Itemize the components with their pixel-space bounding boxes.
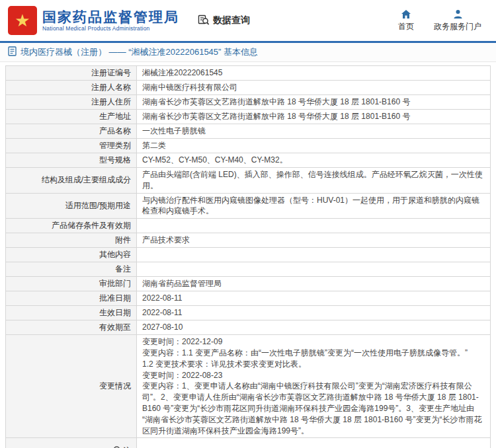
agency-name-en: National Medical Products Administration bbox=[42, 25, 179, 32]
site-header: ★ 国家药品监督管理局 National Medical Products Ad… bbox=[0, 0, 496, 41]
row-label: 结构及组成/主要组成成分 bbox=[6, 168, 137, 194]
row-value: CY-M52、CY-M50、CY-M40、CY-M32。 bbox=[137, 153, 491, 168]
table-row: 生效日期 2022-08-11 bbox=[6, 306, 491, 320]
registration-info-table: 注册证编号 湘械注准20222061545 注册人名称 湖南中镜医疗科技有限公司… bbox=[0, 62, 496, 448]
table-row: 产品名称 一次性电子膀胱镜 bbox=[6, 124, 491, 139]
row-label: 产品储存条件及有效期 bbox=[6, 219, 137, 233]
nav-gov-portal-label: 政务服务门户 bbox=[434, 21, 481, 32]
page: ★ 国家药品监督管理局 National Medical Products Ad… bbox=[0, 0, 496, 448]
table-row: 管理类别 第二类 bbox=[6, 139, 491, 153]
table-row: 适用范围/预期用途 与内镜治疗配件和医用内窥镜图像处理器（型号：HUV-01）一… bbox=[6, 193, 491, 219]
nav-home[interactable]: 首页 bbox=[398, 9, 414, 32]
row-label: 注册人住所 bbox=[6, 95, 137, 110]
table-row: 批准日期 2022-08-11 bbox=[6, 291, 491, 306]
nav-gov-portal[interactable]: 政务服务门户 bbox=[434, 9, 481, 32]
row-label: 产品名称 bbox=[6, 124, 137, 139]
row-label: 注册人名称 bbox=[6, 81, 137, 95]
row-label: 生效日期 bbox=[6, 306, 137, 320]
row-label: 变更情况 bbox=[6, 335, 137, 438]
table-row: 其他内容 bbox=[6, 248, 491, 262]
table-row: 结构及组成/主要组成成分 产品由头端部(含前端 LED)、插入部、操作部、信号连… bbox=[6, 168, 491, 194]
row-value: 湖南中镜医疗科技有限公司 bbox=[137, 81, 491, 95]
agency-logo-home-link[interactable]: ★ 国家药品监督管理局 National Medical Products Ad… bbox=[8, 6, 179, 35]
agency-title: 国家药品监督管理局 National Medical Products Admi… bbox=[42, 9, 179, 32]
table-row: 注册人住所 湖南省长沙市芙蓉区文艺路街道解放中路 18 号华侨大厦 18 层 1… bbox=[6, 95, 491, 110]
row-label: 注册证编号 bbox=[6, 66, 137, 81]
row-label: 备注 bbox=[6, 262, 137, 277]
row-value-note: 详情 bbox=[137, 438, 491, 448]
row-value: 2027-08-10 bbox=[137, 320, 491, 335]
agency-name-cn: 国家药品监督管理局 bbox=[42, 9, 179, 25]
row-value: 2022-08-11 bbox=[137, 291, 491, 306]
national-emblem-icon: ★ bbox=[8, 6, 37, 35]
person-icon bbox=[453, 9, 463, 19]
row-label: 其他内容 bbox=[6, 248, 137, 262]
row-value bbox=[137, 219, 491, 233]
table-row: 附件 产品技术要求 bbox=[6, 233, 491, 248]
row-label: 生产地址 bbox=[6, 110, 137, 124]
row-value-change-history: 变更时间：2022-12-09 变更内容：1.1 变更产品名称：由“一次性电子膀… bbox=[137, 335, 491, 438]
home-icon bbox=[401, 9, 411, 19]
row-value: 湖南省长沙市芙蓉区文艺路街道解放中路 18 号华侨大厦 18 层 1801-B1… bbox=[137, 110, 491, 124]
row-value: 湘械注准20222061545 bbox=[137, 66, 491, 81]
table-row: 产品储存条件及有效期 bbox=[6, 219, 491, 233]
row-value: 湖南省长沙市芙蓉区文艺路街道解放中路 18 号华侨大厦 18 层 1801-B1… bbox=[137, 95, 491, 110]
table-row: 审批部门 湖南省药品监督管理局 bbox=[6, 277, 491, 291]
row-label: 有效期至 bbox=[6, 320, 137, 335]
row-label: 审批部门 bbox=[6, 277, 137, 291]
row-label-note: 注 bbox=[6, 438, 137, 448]
row-value: 湖南省药品监督管理局 bbox=[137, 277, 491, 291]
row-value: 2022-08-11 bbox=[137, 306, 491, 320]
nav-data-query-label: 数据查询 bbox=[213, 15, 250, 26]
row-value bbox=[137, 248, 491, 262]
magnifier-icon bbox=[198, 14, 210, 28]
note-label-text: 注 bbox=[123, 445, 131, 448]
table-row: 生产地址 湖南省长沙市芙蓉区文艺路街道解放中路 18 号华侨大厦 18 层 18… bbox=[6, 110, 491, 124]
nav-home-label: 首页 bbox=[398, 21, 414, 32]
row-value bbox=[137, 262, 491, 277]
row-label: 适用范围/预期用途 bbox=[6, 193, 137, 219]
table-row: 有效期至 2027-08-10 bbox=[6, 320, 491, 335]
table-row: 注册人名称 湖南中镜医疗科技有限公司 bbox=[6, 81, 491, 95]
page-title: 境内医疗器械（注册） —— “湘械注准20222061545” 基本信息 bbox=[21, 46, 258, 58]
row-label: 批准日期 bbox=[6, 291, 137, 306]
header-nav: 首页 政务服务门户 bbox=[398, 9, 488, 32]
table-row: 注册证编号 湘械注准20222061545 bbox=[6, 66, 491, 81]
row-label: 附件 bbox=[6, 233, 137, 248]
row-value: 产品技术要求 bbox=[137, 233, 491, 248]
table-row-change-history: 变更情况 变更时间：2022-12-09 变更内容：1.1 变更产品名称：由“一… bbox=[6, 335, 491, 438]
table-row-note: 注 详情 bbox=[6, 438, 491, 448]
table-row: 型号规格 CY-M52、CY-M50、CY-M40、CY-M32。 bbox=[6, 153, 491, 168]
row-value: 一次性电子膀胱镜 bbox=[137, 124, 491, 139]
row-value: 第二类 bbox=[137, 139, 491, 153]
document-icon bbox=[8, 46, 17, 58]
table-row: 备注 bbox=[6, 262, 491, 277]
row-label: 管理类别 bbox=[6, 139, 137, 153]
row-label: 型号规格 bbox=[6, 153, 137, 168]
row-value: 与内镜治疗配件和医用内窥镜图像处理器（型号：HUV-01）一起使用，用于尿道和膀… bbox=[137, 193, 491, 219]
breadcrumb: 境内医疗器械（注册） —— “湘械注准20222061545” 基本信息 bbox=[0, 43, 496, 62]
row-value: 产品由头端部(含前端 LED)、插入部、操作部、信号连接线组成。产品经环氧乙烷灭… bbox=[137, 168, 491, 194]
nav-data-query[interactable]: 数据查询 bbox=[198, 14, 250, 28]
